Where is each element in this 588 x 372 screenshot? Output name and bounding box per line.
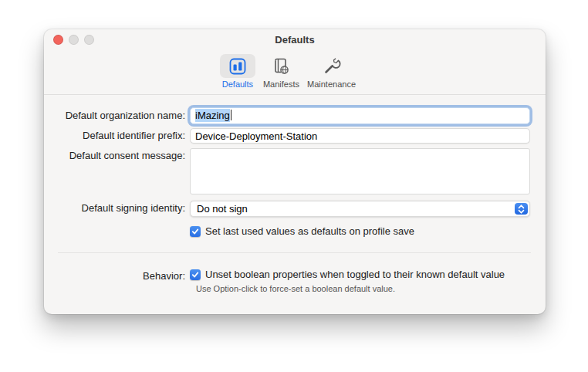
toolbar-tab-manifests[interactable]: Manifests [263, 51, 299, 89]
checkbox-checked-icon[interactable] [190, 269, 201, 280]
sliders-icon [220, 54, 255, 78]
toolbar-tab-defaults[interactable]: Defaults [220, 51, 255, 89]
consent-message-textarea[interactable] [190, 148, 530, 194]
popup-arrows-icon [515, 203, 528, 215]
save-defaults-checkbox-row[interactable]: Set last used values as defaults on prof… [190, 225, 414, 237]
behavior-label: Behavior: [44, 270, 185, 282]
identifier-prefix-label: Default identifier prefix: [44, 130, 185, 141]
toolbar-tab-label: Defaults [222, 79, 253, 89]
book-globe-icon [263, 54, 299, 78]
behavior-helper-text: Use Option-click to force-set a boolean … [196, 284, 395, 293]
toolbar-tab-maintenance[interactable]: Maintenance [307, 51, 356, 89]
organization-name-input[interactable]: iMazing [190, 107, 530, 124]
identifier-prefix-input[interactable] [190, 128, 530, 144]
checkbox-checked-icon[interactable] [190, 226, 201, 237]
text-caret [231, 110, 231, 120]
preferences-window: Defaults Defaults [44, 29, 546, 314]
checkbox-label: Set last used values as defaults on prof… [205, 225, 414, 237]
signing-identity-popup[interactable]: Do not sign [190, 201, 530, 217]
signing-identity-label: Default signing identity: [44, 202, 185, 214]
selected-text: iMazing [195, 109, 230, 122]
section-divider [58, 252, 531, 253]
toolbar-tab-label: Manifests [263, 79, 299, 89]
window-title: Defaults [44, 34, 546, 46]
consent-message-label: Default consent message: [44, 150, 185, 161]
title-bar[interactable]: Defaults [44, 29, 546, 51]
checkbox-label: Unset boolean properties when toggled to… [205, 269, 505, 280]
toolbar-divider [44, 94, 546, 95]
toolbar: Defaults Manifests [37, 51, 539, 94]
toolbar-tab-label: Maintenance [307, 79, 356, 89]
wrench-icon [314, 54, 350, 78]
popup-selected-value: Do not sign [197, 203, 248, 215]
behavior-checkbox-row[interactable]: Unset boolean properties when toggled to… [190, 269, 505, 280]
organization-name-label: Default organization name: [44, 110, 185, 121]
